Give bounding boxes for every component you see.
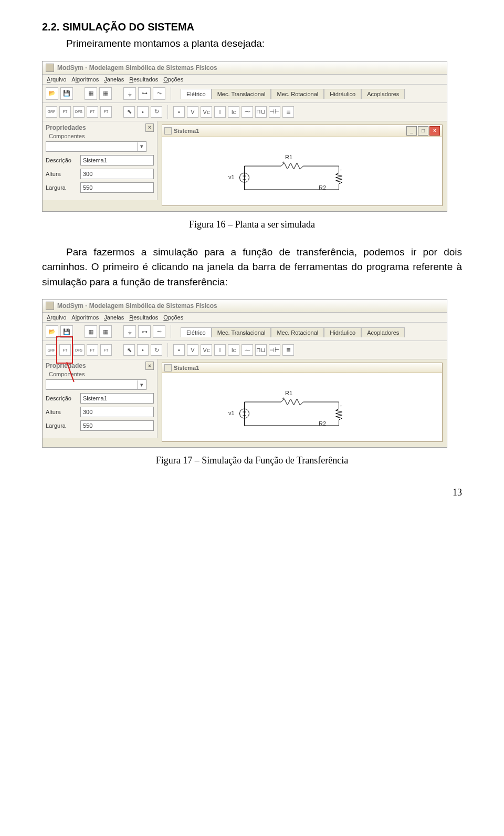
prop-label: Largura	[46, 422, 77, 429]
properties-combo[interactable]: ▾	[46, 141, 146, 152]
pointer-icon[interactable]: ⬉	[123, 344, 135, 356]
menu-opcoes[interactable]: Opções	[163, 314, 183, 321]
sim-ft2-icon[interactable]: FT	[87, 106, 98, 118]
menu-janelas[interactable]: Janelas	[104, 76, 124, 82]
tab-mec-trans[interactable]: Mec. Translacional	[212, 327, 271, 337]
elec-vc-icon[interactable]: Vc	[201, 106, 212, 118]
sim-grf-icon[interactable]: GRF	[46, 106, 57, 118]
label-r1-plus: +	[282, 396, 285, 401]
elec-v-icon[interactable]: V	[187, 344, 198, 356]
menu-arquivo[interactable]: Arquivo	[47, 314, 66, 321]
page-number: 13	[42, 487, 462, 498]
dot-icon[interactable]: •	[137, 344, 149, 356]
link-icon[interactable]: ⤳	[153, 325, 165, 338]
menu-arquivo[interactable]: Arquivo	[47, 76, 66, 82]
ground-icon[interactable]: ⏚	[123, 325, 136, 338]
prop-input-altura[interactable]: 300	[80, 169, 154, 179]
label-r2: R2	[319, 420, 326, 427]
sim-dfs-icon[interactable]: DFS	[73, 344, 85, 356]
elec-node-icon[interactable]: •	[173, 106, 185, 118]
elec-capacitor-icon[interactable]: ⊣⊢	[269, 344, 280, 356]
tab-eletrico[interactable]: Elétrico	[181, 327, 212, 337]
tab-mec-rot[interactable]: Mec. Rotacional	[271, 327, 324, 337]
label-r2-plus: +	[340, 404, 342, 409]
menu-algoritmos[interactable]: Algoritmos	[71, 314, 99, 321]
circuit-canvas[interactable]: R1 + v1 R2 +	[162, 373, 442, 441]
elec-resistor-icon[interactable]: ⁓	[242, 344, 253, 356]
label-r1-plus: +	[282, 160, 285, 166]
prop-input-largura[interactable]: 550	[80, 420, 154, 431]
menubar[interactable]: Arquivo Algoritmos Janelas Resultados Op…	[43, 313, 447, 323]
prop-input-altura[interactable]: 300	[80, 407, 154, 417]
properties-close-icon[interactable]: ×	[145, 362, 154, 370]
component-icon-1[interactable]: ▦	[85, 325, 97, 338]
tab-acopladores[interactable]: Acopladores	[361, 327, 405, 337]
menubar[interactable]: Arquivo Algoritmos Janelas Resultados Op…	[43, 75, 447, 85]
tab-mec-rot[interactable]: Mec. Rotacional	[271, 89, 324, 99]
component-icon-1[interactable]: ▦	[85, 87, 97, 100]
elec-vc-icon[interactable]: Vc	[201, 344, 212, 356]
chevron-down-icon: ▾	[137, 142, 146, 151]
tab-hidraulico[interactable]: Hidráulico	[324, 89, 361, 99]
tab-acopladores[interactable]: Acopladores	[361, 89, 405, 99]
node-icon[interactable]: ⊶	[138, 87, 151, 100]
close-icon[interactable]: ×	[429, 126, 440, 136]
maximize-icon[interactable]: □	[418, 126, 428, 136]
elec-ic-icon[interactable]: Ic	[228, 106, 239, 118]
label-r1: R1	[285, 154, 292, 160]
tab-mec-trans[interactable]: Mec. Translacional	[212, 89, 271, 99]
link-icon[interactable]: ⤳	[153, 87, 165, 100]
elec-transformer-icon[interactable]: ≣	[282, 106, 294, 118]
elec-transformer-icon[interactable]: ≣	[282, 344, 294, 356]
chevron-down-icon: ▾	[137, 380, 146, 389]
sim-ft2-icon[interactable]: FT	[87, 344, 98, 356]
elec-v-icon[interactable]: V	[187, 106, 198, 118]
prop-label: Altura	[46, 171, 77, 177]
properties-group: Componentes	[49, 371, 154, 377]
sim-ft3-icon[interactable]: FT	[100, 344, 112, 356]
pointer-icon[interactable]: ⬉	[123, 106, 135, 118]
properties-combo[interactable]: ▾	[46, 379, 146, 390]
component-icon-2[interactable]: ▦	[99, 87, 112, 100]
sim-ft3-icon[interactable]: FT	[100, 106, 112, 118]
prop-input-descricao[interactable]: Sistema1	[80, 393, 154, 404]
circuit-canvas[interactable]: R1 + v1 R2 +	[162, 137, 442, 205]
elec-inductor-icon[interactable]: ⊓⊔	[255, 344, 267, 356]
menu-algoritmos[interactable]: Algoritmos	[71, 76, 99, 82]
menu-janelas[interactable]: Janelas	[104, 314, 124, 321]
minimize-icon[interactable]: _	[406, 126, 417, 136]
elec-resistor-icon[interactable]: ⁓	[242, 106, 253, 118]
elec-node-icon[interactable]: •	[173, 344, 185, 356]
ground-icon[interactable]: ⏚	[123, 87, 136, 100]
menu-resultados[interactable]: Resultados	[129, 314, 158, 321]
elec-inductor-icon[interactable]: ⊓⊔	[255, 106, 267, 118]
rotate-icon[interactable]: ↻	[151, 106, 162, 118]
elec-i-icon[interactable]: I	[214, 344, 226, 356]
elec-ic-icon[interactable]: Ic	[228, 344, 239, 356]
menu-opcoes[interactable]: Opções	[163, 76, 183, 82]
prop-input-largura[interactable]: 550	[80, 182, 154, 193]
dot-icon[interactable]: •	[137, 106, 149, 118]
open-icon[interactable]: 📂	[46, 87, 58, 100]
properties-title: Propriedades	[46, 362, 86, 369]
prop-row-descricao: Descrição Sistema1	[46, 155, 154, 166]
elec-i-icon[interactable]: I	[214, 106, 226, 118]
node-icon[interactable]: ⊶	[138, 325, 151, 338]
elec-capacitor-icon[interactable]: ⊣⊢	[269, 106, 280, 118]
sim-dfs-icon[interactable]: DFS	[73, 106, 85, 118]
properties-close-icon[interactable]: ×	[145, 123, 154, 132]
component-icon-2[interactable]: ▦	[99, 325, 112, 338]
tab-eletrico[interactable]: Elétrico	[181, 89, 212, 99]
modsym-window-1: ModSym - Modelagem Simbólica de Sistemas…	[42, 61, 447, 212]
save-icon[interactable]: 💾	[60, 325, 73, 338]
sim-grf-icon[interactable]: GRF	[46, 344, 57, 356]
rotate-icon[interactable]: ↻	[151, 344, 162, 356]
prop-input-descricao[interactable]: Sistema1	[80, 155, 154, 166]
open-icon[interactable]: 📂	[46, 325, 58, 338]
save-icon[interactable]: 💾	[60, 87, 73, 100]
sim-ft-icon[interactable]: FT	[59, 106, 71, 118]
menu-resultados[interactable]: Resultados	[129, 76, 158, 82]
tab-hidraulico[interactable]: Hidráulico	[324, 327, 361, 337]
app-icon	[46, 64, 54, 72]
sim-ft-icon[interactable]: FT	[59, 344, 71, 356]
